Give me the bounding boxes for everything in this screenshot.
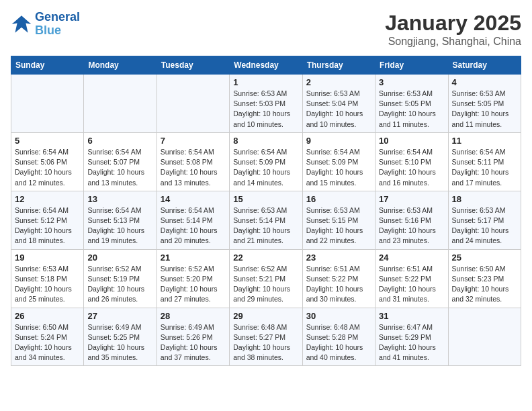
day-number: 24 bbox=[379, 253, 444, 263]
day-info: Sunrise: 6:50 AMSunset: 5:24 PMDaylight:… bbox=[15, 322, 80, 363]
day-info: Sunrise: 6:54 AMSunset: 5:11 PMDaylight:… bbox=[452, 147, 517, 188]
title-area: January 2025 Songjiang, Shanghai, China bbox=[385, 11, 521, 48]
day-number: 26 bbox=[15, 311, 80, 321]
month-title: January 2025 bbox=[385, 11, 521, 36]
weekday-header-monday: Monday bbox=[84, 56, 157, 75]
logo: General Blue bbox=[11, 11, 80, 38]
day-info: Sunrise: 6:51 AMSunset: 5:22 PMDaylight:… bbox=[379, 264, 444, 305]
day-info: Sunrise: 6:47 AMSunset: 5:29 PMDaylight:… bbox=[379, 322, 444, 363]
day-number: 6 bbox=[87, 136, 152, 146]
calendar-cell: 1Sunrise: 6:53 AMSunset: 5:03 PMDaylight… bbox=[230, 75, 302, 133]
weekday-header-tuesday: Tuesday bbox=[157, 56, 229, 75]
calendar-cell: 24Sunrise: 6:51 AMSunset: 5:22 PMDayligh… bbox=[375, 249, 448, 308]
day-number: 1 bbox=[233, 77, 298, 87]
header: General Blue January 2025 Songjiang, Sha… bbox=[11, 11, 521, 48]
location-title: Songjiang, Shanghai, China bbox=[385, 36, 521, 48]
calendar-cell: 19Sunrise: 6:53 AMSunset: 5:18 PMDayligh… bbox=[11, 249, 84, 308]
calendar-week-3: 12Sunrise: 6:54 AMSunset: 5:12 PMDayligh… bbox=[11, 191, 521, 249]
calendar-cell: 31Sunrise: 6:47 AMSunset: 5:29 PMDayligh… bbox=[375, 308, 448, 366]
day-info: Sunrise: 6:54 AMSunset: 5:06 PMDaylight:… bbox=[15, 147, 80, 188]
day-number: 29 bbox=[233, 311, 298, 321]
calendar-cell: 21Sunrise: 6:52 AMSunset: 5:20 PMDayligh… bbox=[157, 249, 229, 308]
calendar-cell bbox=[11, 75, 84, 133]
day-info: Sunrise: 6:53 AMSunset: 5:05 PMDaylight:… bbox=[452, 89, 517, 130]
calendar-cell: 5Sunrise: 6:54 AMSunset: 5:06 PMDaylight… bbox=[11, 132, 84, 191]
calendar-cell: 16Sunrise: 6:53 AMSunset: 5:15 PMDayligh… bbox=[302, 191, 375, 249]
day-info: Sunrise: 6:54 AMSunset: 5:09 PMDaylight:… bbox=[306, 147, 371, 188]
calendar-cell: 10Sunrise: 6:54 AMSunset: 5:10 PMDayligh… bbox=[375, 132, 448, 191]
day-info: Sunrise: 6:53 AMSunset: 5:18 PMDaylight:… bbox=[15, 264, 80, 305]
calendar-cell: 28Sunrise: 6:49 AMSunset: 5:26 PMDayligh… bbox=[157, 308, 229, 366]
calendar-week-2: 5Sunrise: 6:54 AMSunset: 5:06 PMDaylight… bbox=[11, 132, 521, 191]
day-number: 5 bbox=[15, 136, 80, 146]
day-number: 8 bbox=[233, 136, 298, 146]
logo-text: General Blue bbox=[35, 11, 80, 38]
day-number: 15 bbox=[233, 194, 298, 204]
weekday-header-friday: Friday bbox=[375, 56, 448, 75]
day-number: 19 bbox=[15, 253, 80, 263]
day-info: Sunrise: 6:53 AMSunset: 5:15 PMDaylight:… bbox=[306, 205, 371, 246]
day-info: Sunrise: 6:54 AMSunset: 5:10 PMDaylight:… bbox=[379, 147, 444, 188]
day-number: 27 bbox=[87, 311, 152, 321]
calendar-cell: 14Sunrise: 6:54 AMSunset: 5:14 PMDayligh… bbox=[157, 191, 229, 249]
calendar-week-4: 19Sunrise: 6:53 AMSunset: 5:18 PMDayligh… bbox=[11, 249, 521, 308]
day-number: 28 bbox=[161, 311, 226, 321]
day-info: Sunrise: 6:53 AMSunset: 5:16 PMDaylight:… bbox=[379, 205, 444, 246]
calendar-cell: 22Sunrise: 6:52 AMSunset: 5:21 PMDayligh… bbox=[230, 249, 302, 308]
day-number: 23 bbox=[306, 253, 371, 263]
day-number: 7 bbox=[161, 136, 226, 146]
day-number: 20 bbox=[87, 253, 152, 263]
calendar-cell: 12Sunrise: 6:54 AMSunset: 5:12 PMDayligh… bbox=[11, 191, 84, 249]
day-number: 31 bbox=[379, 311, 444, 321]
calendar-cell: 20Sunrise: 6:52 AMSunset: 5:19 PMDayligh… bbox=[84, 249, 157, 308]
day-info: Sunrise: 6:51 AMSunset: 5:22 PMDaylight:… bbox=[306, 264, 371, 305]
day-number: 10 bbox=[379, 136, 444, 146]
weekday-header-wednesday: Wednesday bbox=[230, 56, 302, 75]
day-info: Sunrise: 6:48 AMSunset: 5:28 PMDaylight:… bbox=[306, 322, 371, 363]
weekday-header-sunday: Sunday bbox=[11, 56, 84, 75]
day-number: 13 bbox=[87, 194, 152, 204]
logo-icon bbox=[11, 13, 32, 35]
calendar-cell: 2Sunrise: 6:53 AMSunset: 5:04 PMDaylight… bbox=[302, 75, 375, 133]
calendar-cell: 6Sunrise: 6:54 AMSunset: 5:07 PMDaylight… bbox=[84, 132, 157, 191]
day-info: Sunrise: 6:54 AMSunset: 5:07 PMDaylight:… bbox=[87, 147, 152, 188]
calendar-cell: 3Sunrise: 6:53 AMSunset: 5:05 PMDaylight… bbox=[375, 75, 448, 133]
day-number: 16 bbox=[306, 194, 371, 204]
day-number: 2 bbox=[306, 77, 371, 87]
calendar-cell: 13Sunrise: 6:54 AMSunset: 5:13 PMDayligh… bbox=[84, 191, 157, 249]
svg-marker-0 bbox=[12, 15, 32, 33]
day-info: Sunrise: 6:52 AMSunset: 5:20 PMDaylight:… bbox=[161, 264, 226, 305]
day-number: 12 bbox=[15, 194, 80, 204]
calendar-cell: 27Sunrise: 6:49 AMSunset: 5:25 PMDayligh… bbox=[84, 308, 157, 366]
day-info: Sunrise: 6:52 AMSunset: 5:21 PMDaylight:… bbox=[233, 264, 298, 305]
day-info: Sunrise: 6:53 AMSunset: 5:05 PMDaylight:… bbox=[379, 89, 444, 130]
day-info: Sunrise: 6:54 AMSunset: 5:13 PMDaylight:… bbox=[87, 205, 152, 246]
calendar-cell bbox=[448, 308, 521, 366]
calendar-cell: 7Sunrise: 6:54 AMSunset: 5:08 PMDaylight… bbox=[157, 132, 229, 191]
day-info: Sunrise: 6:53 AMSunset: 5:14 PMDaylight:… bbox=[233, 205, 298, 246]
day-number: 18 bbox=[452, 194, 517, 204]
day-number: 3 bbox=[379, 77, 444, 87]
calendar-cell: 17Sunrise: 6:53 AMSunset: 5:16 PMDayligh… bbox=[375, 191, 448, 249]
weekday-header-row: SundayMondayTuesdayWednesdayThursdayFrid… bbox=[11, 56, 521, 75]
calendar-cell: 29Sunrise: 6:48 AMSunset: 5:27 PMDayligh… bbox=[230, 308, 302, 366]
calendar-week-5: 26Sunrise: 6:50 AMSunset: 5:24 PMDayligh… bbox=[11, 308, 521, 366]
day-number: 21 bbox=[161, 253, 226, 263]
day-number: 14 bbox=[161, 194, 226, 204]
calendar-cell: 15Sunrise: 6:53 AMSunset: 5:14 PMDayligh… bbox=[230, 191, 302, 249]
calendar-body: 1Sunrise: 6:53 AMSunset: 5:03 PMDaylight… bbox=[11, 75, 521, 366]
day-info: Sunrise: 6:53 AMSunset: 5:04 PMDaylight:… bbox=[306, 89, 371, 130]
day-info: Sunrise: 6:54 AMSunset: 5:14 PMDaylight:… bbox=[161, 205, 226, 246]
day-number: 4 bbox=[452, 77, 517, 87]
calendar-week-1: 1Sunrise: 6:53 AMSunset: 5:03 PMDaylight… bbox=[11, 75, 521, 133]
day-number: 25 bbox=[452, 253, 517, 263]
day-info: Sunrise: 6:54 AMSunset: 5:12 PMDaylight:… bbox=[15, 205, 80, 246]
calendar-cell: 8Sunrise: 6:54 AMSunset: 5:09 PMDaylight… bbox=[230, 132, 302, 191]
day-info: Sunrise: 6:52 AMSunset: 5:19 PMDaylight:… bbox=[87, 264, 152, 305]
day-info: Sunrise: 6:54 AMSunset: 5:09 PMDaylight:… bbox=[233, 147, 298, 188]
weekday-header-thursday: Thursday bbox=[302, 56, 375, 75]
calendar-cell: 11Sunrise: 6:54 AMSunset: 5:11 PMDayligh… bbox=[448, 132, 521, 191]
calendar-cell: 23Sunrise: 6:51 AMSunset: 5:22 PMDayligh… bbox=[302, 249, 375, 308]
day-info: Sunrise: 6:53 AMSunset: 5:17 PMDaylight:… bbox=[452, 205, 517, 246]
calendar-cell: 4Sunrise: 6:53 AMSunset: 5:05 PMDaylight… bbox=[448, 75, 521, 133]
